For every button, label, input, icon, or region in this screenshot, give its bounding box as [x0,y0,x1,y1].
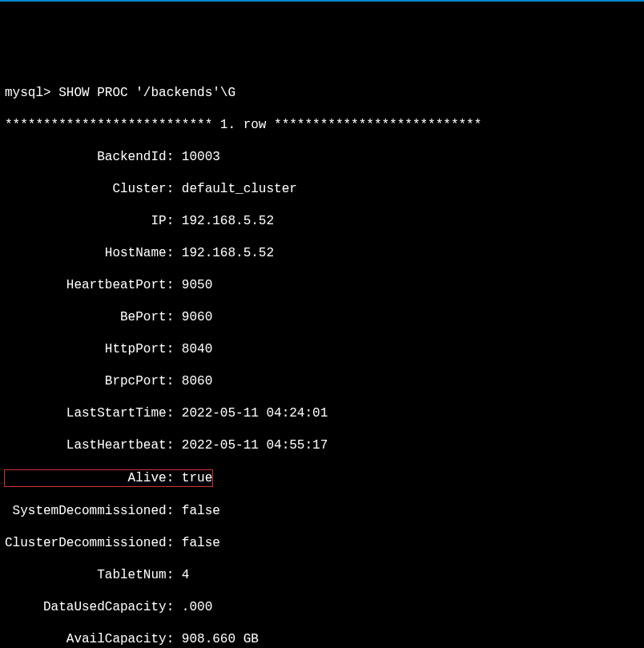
prompt-line: mysql> SHOW PROC '/backends'\G [5,85,639,101]
kv-val-heartbeatport: 9050 [182,277,212,293]
row-1-label: 1. row [212,117,274,133]
kv-val-laststarttime: 2022-05-11 04:24:01 [182,405,328,421]
kv-val-beport: 9060 [182,309,212,325]
kv-key-brpcport: BrpcPort [5,373,167,389]
kv-sep: : [167,631,182,647]
kv-val-backendid: 10003 [182,149,220,165]
kv-key-alive: Alive [5,470,167,486]
kv-val-clusterdecommissioned: false [182,535,220,551]
kv-val-httpport: 8040 [182,341,212,357]
kv-line: BrpcPort: 8060 [5,373,639,389]
terminal-output: mysql> SHOW PROC '/backends'\G *********… [5,69,639,648]
highlight-box: Alive: true [4,469,213,487]
kv-line: HttpPort: 8040 [5,341,639,357]
kv-val-brpcport: 8060 [182,373,212,389]
kv-val-alive: true [182,470,212,486]
kv-line: BePort: 9060 [5,309,639,325]
kv-sep: : [167,373,182,389]
kv-sep: : [167,277,182,293]
row-1-header: *************************** 1. row *****… [5,117,639,133]
kv-line: AvailCapacity: 908.660 GB [5,631,639,647]
kv-key-backendid: BackendId [5,149,167,165]
kv-key-tabletnum: TabletNum [5,567,167,583]
kv-line-alive-highlighted: Alive: true [5,469,639,487]
kv-val-hostname: 192.168.5.52 [182,245,274,261]
kv-key-clusterdecommissioned: ClusterDecommissioned [5,535,167,551]
kv-sep: : [167,213,182,229]
kv-sep: : [167,341,182,357]
kv-line: IP: 192.168.5.52 [5,213,639,229]
kv-sep: : [167,599,182,615]
kv-line: TabletNum: 4 [5,567,639,583]
kv-line: SystemDecommissioned: false [5,503,639,519]
kv-line: ClusterDecommissioned: false [5,535,639,551]
kv-line: BackendId: 10003 [5,149,639,165]
kv-val-ip: 192.168.5.52 [182,213,274,229]
kv-sep: : [167,567,182,583]
kv-key-cluster: Cluster [5,181,167,197]
kv-val-cluster: default_cluster [182,181,297,197]
mysql-prompt: mysql> [5,85,58,101]
kv-sep: : [167,437,182,453]
kv-key-lastheartbeat: LastHeartbeat [5,437,167,453]
kv-line: DataUsedCapacity: .000 [5,599,639,615]
kv-sep: : [167,405,182,421]
kv-key-availcapacity: AvailCapacity [5,631,167,647]
kv-sep: : [167,470,182,486]
kv-key-systemdecommissioned: SystemDecommissioned [5,503,167,519]
kv-key-beport: BePort [5,309,167,325]
kv-sep: : [167,245,182,261]
sql-command: SHOW PROC '/backends'\G [58,85,235,101]
kv-val-availcapacity: 908.660 GB [182,631,259,647]
kv-val-lastheartbeat: 2022-05-11 04:55:17 [182,437,328,453]
kv-val-datausedcapacity: .000 [182,599,212,615]
kv-key-hostname: HostName [5,245,167,261]
kv-line: LastHeartbeat: 2022-05-11 04:55:17 [5,437,639,453]
kv-line: HostName: 192.168.5.52 [5,245,639,261]
kv-sep: : [167,181,182,197]
kv-key-httpport: HttpPort [5,341,167,357]
kv-key-laststarttime: LastStartTime [5,405,167,421]
kv-key-datausedcapacity: DataUsedCapacity [5,599,167,615]
kv-line: LastStartTime: 2022-05-11 04:24:01 [5,405,639,421]
kv-key-ip: IP [5,213,167,229]
kv-val-systemdecommissioned: false [182,503,220,519]
kv-sep: : [167,535,182,551]
kv-key-heartbeatport: HeartbeatPort [5,277,167,293]
kv-sep: : [167,149,182,165]
kv-line: HeartbeatPort: 9050 [5,277,639,293]
kv-val-tabletnum: 4 [182,567,190,583]
kv-line: Cluster: default_cluster [5,181,639,197]
kv-sep: : [167,503,182,519]
stars-left: *************************** [5,117,212,133]
kv-sep: : [167,309,182,325]
stars-right: *************************** [274,117,481,133]
